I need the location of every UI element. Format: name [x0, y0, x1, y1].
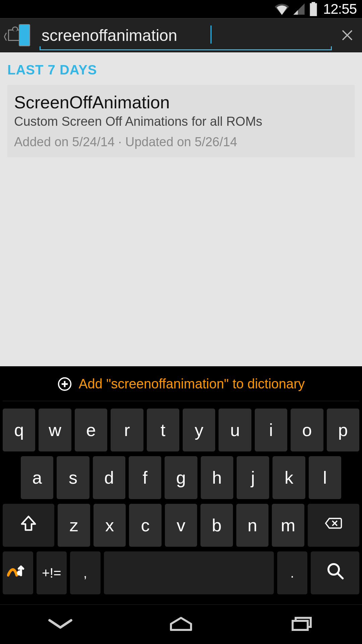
app-icon [8, 24, 30, 46]
nav-back-button[interactable] [44, 616, 77, 633]
key-f[interactable]: f [129, 456, 161, 499]
key-x[interactable]: x [94, 504, 126, 547]
key-search[interactable] [311, 551, 359, 594]
home-icon [167, 616, 195, 633]
key-n[interactable]: n [236, 504, 268, 547]
battery-icon [309, 2, 318, 16]
section-header: LAST 7 DAYS [7, 62, 355, 77]
key-shift[interactable] [3, 504, 54, 547]
key-d[interactable]: d [93, 456, 125, 499]
key-i[interactable]: i [255, 409, 287, 451]
add-to-dictionary-icon [57, 377, 72, 391]
backspace-icon [324, 514, 343, 536]
result-title: ScreenOffAnimation [14, 92, 348, 112]
status-bar: 12:55 [0, 0, 362, 18]
key-s[interactable]: s [57, 456, 89, 499]
cell-signal-icon [292, 2, 306, 16]
key-w[interactable]: w [39, 409, 71, 451]
key-r[interactable]: r [111, 409, 143, 451]
key-v[interactable]: v [165, 504, 197, 547]
result-meta: Added on 5/24/14 · Updated on 5/26/14 [14, 135, 348, 149]
key-q[interactable]: q [3, 409, 35, 451]
device-frame: 12:55 ‹ LAST 7 DAYS ScreenOffAnimation C… [0, 0, 362, 644]
wifi-icon [275, 2, 289, 16]
swype-icon [7, 560, 28, 586]
status-time: 12:55 [323, 1, 357, 17]
key-b[interactable]: b [200, 504, 233, 547]
nav-home-button[interactable] [164, 616, 198, 633]
key-o[interactable]: o [291, 409, 323, 451]
clear-search-button[interactable] [337, 25, 357, 45]
nav-recents-button[interactable] [285, 616, 318, 633]
system-nav-bar [0, 604, 362, 644]
key-k[interactable]: k [273, 456, 305, 499]
key-a[interactable]: a [21, 456, 53, 499]
key-z[interactable]: z [58, 504, 90, 547]
key-comma[interactable]: , [70, 551, 101, 594]
key-row-2: a s d f g h j k l [3, 456, 359, 499]
key-h[interactable]: h [201, 456, 233, 499]
suggestion-bar[interactable]: Add "screenoffanimation" to dictionary [3, 372, 359, 401]
soft-keyboard: Add "screenoffanimation" to dictionary q… [0, 366, 362, 604]
shift-icon [19, 514, 38, 536]
svg-rect-2 [293, 621, 308, 630]
key-row-3: z x c v b n m [3, 504, 359, 547]
search-field-wrap [40, 23, 332, 47]
search-icon [326, 562, 344, 584]
recents-icon [287, 616, 316, 633]
result-item[interactable]: ScreenOffAnimation Custom Screen Off Ani… [7, 85, 355, 157]
suggestion-text: Add "screenoffanimation" to dictionary [79, 376, 305, 391]
key-g[interactable]: g [165, 456, 197, 499]
key-symbols[interactable]: +!= [37, 551, 67, 594]
text-cursor [210, 25, 212, 44]
key-y[interactable]: y [183, 409, 215, 451]
search-underline [40, 46, 332, 50]
result-subtitle: Custom Screen Off Animations for all ROM… [14, 114, 348, 129]
key-row-1: q w e r t y u i o p [3, 409, 359, 451]
key-m[interactable]: m [272, 504, 304, 547]
back-chevron-icon: ‹ [3, 25, 7, 45]
key-j[interactable]: j [237, 456, 269, 499]
close-icon [340, 28, 354, 42]
action-bar: ‹ [0, 18, 362, 52]
key-u[interactable]: u [219, 409, 251, 451]
key-e[interactable]: e [75, 409, 107, 451]
key-backspace[interactable] [308, 504, 359, 547]
key-row-4: +!= , . [3, 551, 359, 594]
key-c[interactable]: c [129, 504, 161, 547]
search-input[interactable] [40, 23, 332, 47]
key-p[interactable]: p [327, 409, 359, 451]
results-area: LAST 7 DAYS ScreenOffAnimation Custom Sc… [0, 52, 362, 366]
key-l[interactable]: l [309, 456, 341, 499]
key-swype[interactable] [3, 551, 33, 594]
key-space[interactable] [104, 551, 274, 594]
chevron-down-icon [46, 616, 75, 633]
key-t[interactable]: t [147, 409, 179, 451]
back-button[interactable]: ‹ [2, 24, 30, 46]
key-period[interactable]: . [277, 551, 308, 594]
